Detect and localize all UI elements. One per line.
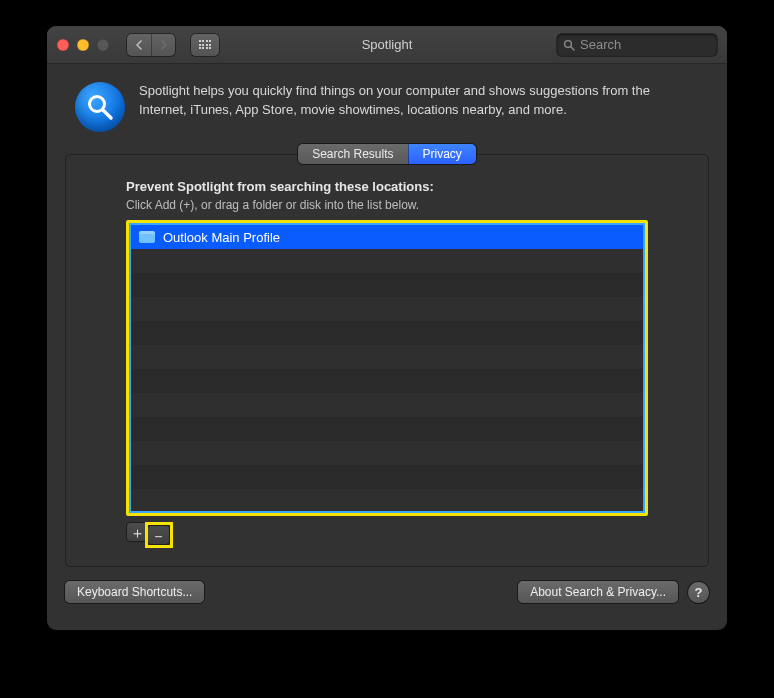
nav-back-forward bbox=[127, 34, 175, 56]
privacy-list-container: Outlook Main Profile bbox=[129, 223, 645, 513]
forward-button[interactable] bbox=[151, 34, 175, 56]
annotation-highlight-list: Outlook Main Profile bbox=[126, 220, 648, 516]
list-item bbox=[131, 441, 643, 465]
pane-hint: Click Add (+), or drag a folder or disk … bbox=[126, 198, 648, 212]
titlebar: Spotlight Search bbox=[47, 26, 727, 64]
list-item bbox=[131, 321, 643, 345]
close-window-button[interactable] bbox=[57, 39, 69, 51]
spotlight-icon bbox=[75, 82, 125, 132]
search-icon bbox=[563, 39, 575, 51]
list-item bbox=[131, 369, 643, 393]
remove-location-button[interactable]: － bbox=[148, 525, 170, 545]
folder-icon bbox=[139, 231, 155, 243]
list-item bbox=[131, 489, 643, 511]
list-item bbox=[131, 345, 643, 369]
privacy-pane: Prevent Spotlight from searching these l… bbox=[65, 154, 709, 567]
svg-line-1 bbox=[571, 46, 574, 49]
list-item bbox=[131, 465, 643, 489]
zoom-window-button bbox=[97, 39, 109, 51]
preferences-search-input[interactable]: Search bbox=[557, 34, 717, 56]
list-item bbox=[131, 273, 643, 297]
svg-line-3 bbox=[103, 110, 111, 118]
tab-search-results[interactable]: Search Results bbox=[298, 144, 407, 164]
list-item bbox=[131, 297, 643, 321]
search-placeholder: Search bbox=[580, 37, 621, 52]
preferences-window: Spotlight Search Spotlight helps you qui… bbox=[47, 26, 727, 630]
tab-privacy[interactable]: Privacy bbox=[408, 144, 476, 164]
footer: Keyboard Shortcuts... About Search & Pri… bbox=[47, 581, 727, 619]
privacy-list[interactable]: Outlook Main Profile bbox=[131, 225, 643, 511]
traffic-lights bbox=[57, 39, 109, 51]
list-item[interactable]: Outlook Main Profile bbox=[131, 225, 643, 249]
header: Spotlight helps you quickly find things … bbox=[47, 64, 727, 144]
minimize-window-button[interactable] bbox=[77, 39, 89, 51]
annotation-highlight-remove: － bbox=[145, 522, 173, 548]
list-item bbox=[131, 417, 643, 441]
back-button[interactable] bbox=[127, 34, 151, 56]
add-remove-group: ＋ － bbox=[126, 522, 648, 548]
list-item bbox=[131, 393, 643, 417]
about-search-privacy-button[interactable]: About Search & Privacy... bbox=[518, 581, 678, 603]
show-all-prefs-button[interactable] bbox=[191, 34, 219, 56]
grid-icon bbox=[199, 40, 212, 49]
pane-heading: Prevent Spotlight from searching these l… bbox=[126, 179, 648, 194]
help-button[interactable]: ? bbox=[688, 582, 709, 603]
list-item bbox=[131, 249, 643, 273]
keyboard-shortcuts-button[interactable]: Keyboard Shortcuts... bbox=[65, 581, 204, 603]
tab-bar: Search Results Privacy bbox=[47, 144, 727, 164]
intro-text: Spotlight helps you quickly find things … bbox=[139, 82, 699, 120]
list-item-label: Outlook Main Profile bbox=[163, 230, 280, 245]
